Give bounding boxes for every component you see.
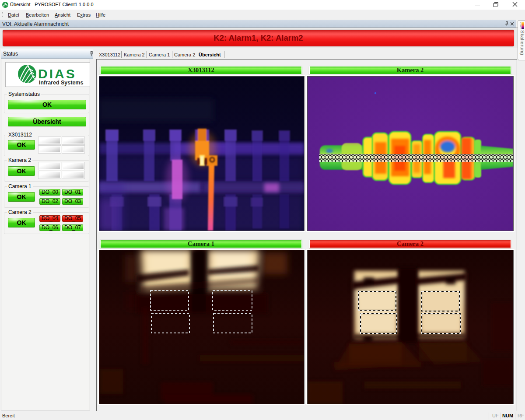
svg-text:DIAS: DIAS (38, 66, 77, 81)
svg-text:Infrared Systems: Infrared Systems (39, 80, 83, 86)
